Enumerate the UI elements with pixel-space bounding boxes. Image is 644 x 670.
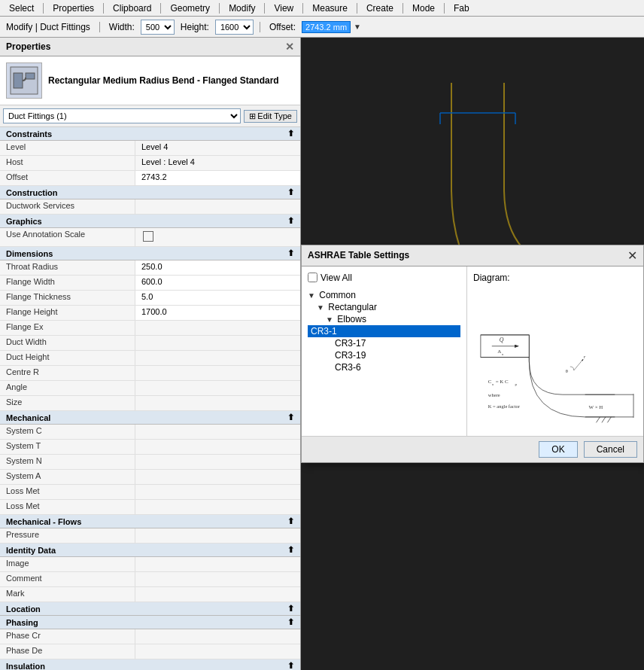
menu-mode[interactable]: Mode: [406, 2, 441, 15]
menu-geometry[interactable]: Geometry: [164, 2, 216, 15]
edit-type-button[interactable]: ⊞ Edit Type: [244, 110, 297, 123]
view-all-label: View All: [320, 273, 352, 283]
main-layout: Properties ✕ Rectangular Medium Radius B…: [0, 38, 644, 670]
tree-cr3-19[interactable]: CR3-19: [308, 349, 460, 361]
section-construction[interactable]: Construction ⬆: [0, 186, 300, 199]
tree-panel: View All ▼ Common ▼ Rectangular ▼ Elbo: [302, 266, 467, 436]
tree-common-label: Common: [319, 290, 356, 300]
component-icon: [6, 62, 42, 99]
diagram-label: Diagram:: [473, 273, 637, 283]
height-select[interactable]: 1600: [215, 20, 254, 35]
toolbar-sep-2: [260, 22, 260, 32]
menu-sep-6: [302, 3, 303, 14]
tree-cr3-1[interactable]: CR3-1: [308, 325, 460, 337]
section-mech-flows[interactable]: Mechanical - Flows ⬆: [0, 515, 300, 528]
prop-row-duct-height: Duct Height: [0, 351, 300, 366]
section-dimensions[interactable]: Dimensions ⬆: [0, 247, 300, 260]
prop-row-comment: Comment: [0, 572, 300, 587]
width-select[interactable]: 500: [141, 20, 175, 35]
modal-body: View All ▼ Common ▼ Rectangular ▼ Elbo: [302, 266, 643, 436]
prop-row-flange-height: Flange Height 1700.0: [0, 306, 300, 321]
toolbar: Modify | Duct Fittings Width: 500 Height…: [0, 17, 644, 38]
toolbar-sep-1: [99, 22, 100, 32]
modal-title: ASHRAE Table Settings: [308, 250, 409, 260]
menu-properties[interactable]: Properties: [47, 2, 100, 15]
annotation-scale-checkbox[interactable]: [143, 231, 153, 242]
svg-text:C: C: [488, 379, 492, 384]
section-location[interactable]: Location ⬆: [0, 602, 300, 616]
menu-clipboard[interactable]: Clipboard: [107, 2, 157, 15]
cad-viewport[interactable]: ASHRAE Table Settings ✕ View All ▼ Commo…: [301, 38, 644, 670]
tree-rectangular[interactable]: ▼ Rectangular: [308, 301, 460, 313]
svg-text:where: where: [488, 392, 500, 397]
ok-button[interactable]: OK: [539, 441, 577, 458]
section-mechanical-expand: ⬆: [287, 413, 294, 422]
menu-sep-1: [43, 3, 44, 14]
modal-footer: OK Cancel: [302, 436, 643, 462]
svg-text:Q: Q: [500, 337, 504, 343]
properties-panel: Properties ✕ Rectangular Medium Radius B…: [0, 38, 301, 670]
section-location-expand: ⬆: [287, 604, 294, 614]
cancel-button[interactable]: Cancel: [584, 441, 637, 458]
edit-type-icon: ⊞: [249, 111, 256, 121]
diagram-svg: Q A o: [473, 286, 637, 428]
section-mechanical[interactable]: Mechanical ⬆: [0, 411, 300, 425]
menu-sep-4: [219, 3, 220, 14]
section-constraints-expand: ⬆: [287, 129, 294, 139]
menu-fab[interactable]: Fab: [448, 2, 475, 15]
section-insulation-expand: ⬆: [287, 661, 294, 670]
tree-rectangular-label: Rectangular: [328, 302, 377, 312]
prop-type-selector[interactable]: Duct Fittings (1): [3, 108, 241, 123]
prop-selector-bar: Duct Fittings (1) ⊞ Edit Type: [0, 105, 300, 127]
section-insulation[interactable]: Insulation ⬆: [0, 659, 300, 670]
properties-close-button[interactable]: ✕: [285, 41, 294, 53]
menu-modify[interactable]: Modify: [223, 2, 261, 15]
menu-sep-9: [444, 3, 445, 14]
section-identity[interactable]: Identity Data ⬆: [0, 544, 300, 557]
section-constraints[interactable]: Constraints ⬆: [0, 127, 300, 141]
prop-row-centre-r: Centre R: [0, 366, 300, 381]
section-phasing-expand: ⬆: [287, 617, 294, 627]
tree-elbows[interactable]: ▼ Elbows: [308, 313, 460, 325]
prop-row-level: Level Level 4: [0, 141, 300, 156]
menu-sep-5: [264, 3, 265, 14]
ashrae-modal: ASHRAE Table Settings ✕ View All ▼ Commo…: [301, 245, 644, 463]
svg-rect-1: [14, 73, 23, 88]
prop-row-phase-cr: Phase Cr: [0, 629, 300, 644]
modal-overlay: ASHRAE Table Settings ✕ View All ▼ Commo…: [301, 38, 644, 670]
width-label: Width:: [106, 22, 138, 32]
prop-row-phase-de: Phase De: [0, 644, 300, 659]
svg-rect-2: [26, 73, 35, 79]
offset-label: Offset:: [266, 22, 299, 32]
menu-view[interactable]: View: [268, 2, 299, 15]
prop-row-mark: Mark: [0, 587, 300, 602]
menu-bar: Select Properties Clipboard Geometry Mod…: [0, 0, 644, 17]
properties-table: Constraints ⬆ Level Level 4 Host Level :…: [0, 127, 300, 670]
menu-sep-3: [160, 3, 161, 14]
tree-cr3-6[interactable]: CR3-6: [308, 361, 460, 373]
view-all-row: View All: [308, 273, 460, 283]
menu-create[interactable]: Create: [360, 2, 399, 15]
menu-sep-8: [402, 3, 403, 14]
menu-select[interactable]: Select: [3, 2, 40, 15]
height-label: Height:: [178, 22, 212, 32]
svg-text:K = angle factor: K = angle factor: [488, 403, 521, 408]
prop-row-sys-t: System T: [0, 440, 300, 455]
tree-common[interactable]: ▼ Common: [308, 289, 460, 301]
section-phasing[interactable]: Phasing ⬆: [0, 616, 300, 629]
component-icon-area: Rectangular Medium Radius Bend - Flanged…: [0, 56, 300, 105]
prop-row-annotation: Use Annotation Scale: [0, 228, 300, 247]
view-all-checkbox[interactable]: [308, 273, 317, 282]
prop-row-host: Host Level : Level 4: [0, 156, 300, 171]
menu-measure[interactable]: Measure: [306, 2, 354, 15]
tree-cr3-17[interactable]: CR3-17: [308, 337, 460, 349]
properties-panel-header: Properties ✕: [0, 38, 300, 56]
section-construction-expand: ⬆: [287, 187, 294, 197]
tree-rectangular-expand: ▼: [317, 303, 324, 312]
offset-value[interactable]: 2743.2 mm: [302, 21, 351, 33]
modal-header: ASHRAE Table Settings ✕: [302, 245, 643, 266]
prop-row-flange-width: Flange Width 600.0: [0, 276, 300, 291]
offset-dropdown-arrow[interactable]: ▼: [354, 23, 361, 31]
section-graphics[interactable]: Graphics ⬆: [0, 215, 300, 228]
modal-close-button[interactable]: ✕: [627, 248, 637, 263]
